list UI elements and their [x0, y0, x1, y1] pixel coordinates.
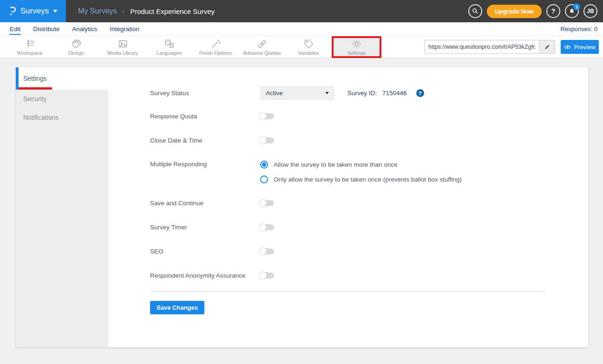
close-date-label: Close Date & Time — [150, 137, 260, 144]
response-quota-toggle[interactable] — [260, 113, 274, 119]
survey-timer-row: Survey Timer — [150, 223, 545, 231]
main-nav: Edit Distribute Analytics Integration Re… — [0, 22, 603, 36]
gear-icon — [351, 39, 362, 49]
preview-button[interactable]: Preview — [561, 40, 599, 54]
breadcrumb: My Surveys › Product Experience Survey — [78, 7, 215, 15]
sidebar-item-security[interactable]: Security — [16, 90, 108, 108]
top-header: Surveys My Surveys › Product Experience … — [0, 0, 603, 22]
tab-analytics[interactable]: Analytics — [72, 23, 98, 35]
product-switcher[interactable]: Surveys — [0, 0, 66, 22]
radio-allow-multiple[interactable]: Allow the survey to be taken more than o… — [260, 161, 462, 169]
survey-url-group: Preview — [424, 40, 603, 54]
page-title: Product Experience Survey — [130, 7, 215, 15]
chevron-down-icon — [53, 10, 58, 13]
image-icon — [118, 39, 128, 49]
survey-id-group: Survey ID: 7150446 ? — [347, 89, 424, 97]
close-date-toggle[interactable] — [260, 137, 274, 143]
edit-toolbar: Workspace Design Media Library * A Langu… — [0, 36, 603, 58]
save-continue-row: Save and Continue — [150, 199, 545, 207]
toolbar-item-finish-options[interactable]: Finish Options — [192, 36, 239, 58]
tab-integration[interactable]: Integration — [109, 23, 140, 35]
survey-id-value: 7150446 — [382, 90, 407, 97]
multiple-responding-label: Multiple Responding — [150, 161, 260, 168]
tab-distribute[interactable]: Distribute — [33, 23, 60, 35]
breadcrumb-my-surveys[interactable]: My Surveys — [78, 7, 117, 15]
form-divider — [150, 291, 545, 292]
save-changes-button[interactable]: Save Changes — [150, 301, 204, 314]
magic-wand-icon — [210, 39, 221, 49]
annotation-highlight-settings: Settings — [332, 36, 381, 58]
seo-row: SEO — [150, 247, 545, 255]
survey-status-label: Survey Status — [150, 90, 260, 97]
annotation-underline-settings — [19, 87, 52, 90]
tab-edit[interactable]: Edit — [9, 23, 21, 35]
anonymity-label: Respondent Anonymity Assurance — [150, 272, 260, 279]
notifications-button[interactable]: 1 — [565, 4, 579, 18]
survey-url-input[interactable] — [425, 40, 539, 53]
tag-icon — [303, 39, 314, 49]
settings-form: Survey Status Active Survey ID: 7150446 … — [108, 67, 588, 347]
anonymity-toggle[interactable] — [260, 273, 274, 279]
questionpro-logo-icon — [8, 6, 16, 16]
palette-icon — [71, 39, 82, 49]
breadcrumb-separator: › — [123, 7, 125, 15]
main-content: Settings Security Notifications Survey S… — [0, 58, 603, 347]
header-actions: Upgrade Now ? 1 JB — [468, 4, 603, 18]
pencil-icon — [544, 44, 551, 50]
toolbar-item-media-library[interactable]: Media Library — [99, 36, 146, 58]
sidebar-item-notifications[interactable]: Notifications — [16, 108, 108, 127]
save-continue-toggle[interactable] — [260, 200, 274, 206]
toolbar-item-variables[interactable]: Variables — [285, 36, 332, 58]
anonymity-row: Respondent Anonymity Assurance — [150, 272, 545, 279]
svg-text:A: A — [170, 44, 172, 47]
response-quota-row: Response Quota — [150, 112, 545, 120]
avatar[interactable]: JB — [583, 4, 597, 18]
settings-card: Settings Security Notifications Survey S… — [16, 67, 588, 347]
multiple-responding-options: Allow the survey to be taken more than o… — [260, 161, 462, 183]
workspace-icon — [25, 39, 35, 49]
avatar-initials: JB — [587, 8, 594, 14]
save-continue-label: Save and Continue — [150, 200, 260, 207]
response-quota-label: Response Quota — [150, 113, 260, 120]
close-date-row: Close Date & Time — [150, 136, 545, 144]
radio-button — [260, 176, 268, 183]
radio-button-selected — [260, 161, 268, 169]
chevron-down-icon — [325, 92, 329, 94]
seo-label: SEO — [150, 248, 260, 255]
survey-timer-toggle[interactable] — [260, 224, 274, 230]
radio-only-once[interactable]: Only allow the survey to be taken once (… — [260, 176, 462, 183]
notification-count-badge: 1 — [573, 3, 580, 10]
survey-url-field — [424, 40, 555, 54]
seo-toggle[interactable] — [260, 248, 274, 254]
toolbar-item-settings[interactable]: Settings — [334, 38, 380, 56]
svg-text:*: * — [167, 39, 169, 45]
survey-status-row: Survey Status Active Survey ID: 7150446 … — [150, 86, 545, 100]
settings-sidebar: Settings Security Notifications — [16, 67, 108, 347]
eye-icon — [564, 45, 571, 50]
help-button[interactable]: ? — [546, 4, 560, 18]
toolbar-item-advance-quotas[interactable]: Advance Quotas — [239, 36, 285, 58]
upgrade-now-button[interactable]: Upgrade Now — [487, 5, 542, 18]
toolbar-item-workspace[interactable]: Workspace — [7, 36, 53, 58]
question-mark-icon: ? — [551, 7, 556, 15]
toolbar-item-languages[interactable]: * A Languages — [146, 36, 192, 58]
survey-timer-label: Survey Timer — [150, 224, 260, 231]
sidebar-item-settings[interactable]: Settings — [16, 67, 108, 90]
survey-id-help-icon[interactable]: ? — [416, 89, 424, 97]
survey-id-label: Survey ID: — [347, 90, 377, 97]
search-button[interactable] — [468, 4, 482, 18]
search-icon — [472, 7, 479, 15]
multiple-responding-row: Multiple Responding Allow the survey to … — [150, 161, 545, 183]
product-name: Surveys — [20, 6, 49, 16]
translate-icon: * A — [164, 39, 175, 49]
chain-link-icon — [257, 39, 268, 49]
responses-count: Responses: 0 — [561, 26, 603, 32]
survey-status-select[interactable]: Active — [260, 86, 334, 100]
edit-url-button[interactable] — [539, 40, 555, 53]
toolbar-item-design[interactable]: Design — [53, 36, 99, 58]
